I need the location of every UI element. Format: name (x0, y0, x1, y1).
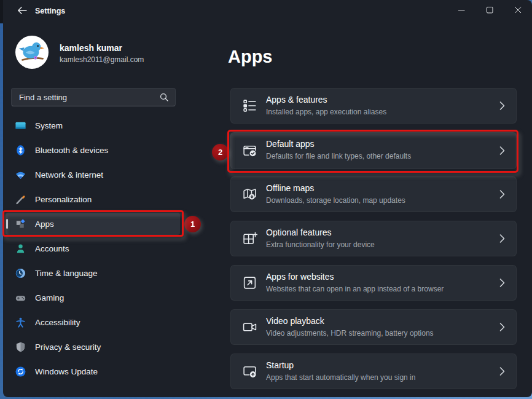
search-input[interactable] (12, 93, 160, 102)
annotation-box-step1 (2, 210, 184, 237)
card-subtitle: Video adjustments, HDR streaming, batter… (266, 329, 434, 338)
card-subtitle: Installed apps, app execution aliases (266, 108, 386, 116)
search-icon (160, 93, 168, 101)
optional-features-icon (242, 231, 257, 247)
sidebar-item-label: Network & internet (35, 170, 103, 180)
card-apps-for-websites[interactable]: Apps for websites Websites that can open… (230, 265, 517, 301)
network-icon (15, 169, 26, 181)
close-button[interactable] (504, 0, 532, 22)
card-startup[interactable]: Startup Apps that start automatically wh… (230, 354, 517, 389)
card-optional-features[interactable]: Optional features Extra functionality fo… (230, 221, 517, 256)
card-title: Default apps (266, 139, 315, 149)
accessibility-icon (15, 317, 26, 328)
personalization-icon (15, 194, 26, 205)
card-offline-maps[interactable]: Offline maps Downloads, storage location… (230, 176, 517, 212)
video-playback-icon (242, 320, 257, 335)
card-default-apps[interactable]: Default apps Defaults for file and link … (230, 132, 517, 169)
sidebar-item-label: Windows Update (35, 367, 98, 376)
card-title: Optional features (266, 227, 332, 237)
time-language-icon (15, 267, 26, 279)
sidebar-item-privacy-security[interactable]: Privacy & security (6, 336, 180, 358)
profile-name: kamlesh kumar (60, 43, 122, 53)
window-title: Settings (35, 0, 65, 22)
bluetooth-icon (15, 144, 26, 156)
system-icon (15, 120, 26, 132)
gaming-icon (15, 292, 26, 304)
chevron-right-icon (499, 367, 505, 376)
sidebar-item-label: Apps (35, 219, 54, 229)
windows-update-icon (15, 366, 26, 377)
page-title: Apps (228, 47, 273, 67)
selected-indicator (6, 219, 8, 229)
card-title: Apps for websites (266, 272, 334, 282)
annotation-badge-step2: 2 (212, 144, 229, 160)
sidebar-item-accessibility[interactable]: Accessibility (6, 311, 180, 333)
apps-websites-icon (242, 275, 257, 291)
offline-maps-icon (242, 187, 257, 202)
screen: Settings (0, 0, 532, 399)
minimize-icon (458, 6, 465, 15)
maximize-icon (487, 6, 493, 15)
card-title: Startup (266, 360, 294, 370)
back-arrow-icon (17, 6, 27, 17)
back-button[interactable] (12, 2, 33, 20)
chevron-right-icon (499, 190, 505, 199)
startup-icon (242, 364, 257, 379)
chevron-right-icon (499, 323, 505, 332)
sidebar-item-accounts[interactable]: Accounts (6, 237, 180, 259)
chevron-right-icon (499, 279, 505, 288)
sidebar-item-gaming[interactable]: Gaming (6, 286, 180, 309)
card-title: Apps & features (266, 95, 327, 105)
search-box (11, 88, 176, 106)
privacy-shield-icon (15, 341, 26, 353)
apps-icon (15, 218, 26, 230)
sidebar-item-label: Time & language (35, 269, 98, 278)
annotation-badge-step1: 1 (184, 216, 201, 232)
sidebar-item-label: Gaming (35, 293, 64, 302)
maximize-button[interactable] (475, 0, 504, 22)
accounts-icon (15, 243, 26, 255)
sidebar-item-label: Privacy & security (35, 342, 101, 352)
card-title: Video playback (266, 316, 324, 326)
sidebar-item-bluetooth-devices[interactable]: Bluetooth & devices (6, 139, 180, 161)
card-apps-features[interactable]: Apps & features Installed apps, app exec… (230, 88, 517, 124)
minimize-button[interactable] (447, 0, 475, 22)
annotation-box-step2 (227, 130, 518, 173)
sidebar-nav: System Bluetooth & devices Network & int… (6, 114, 180, 385)
sidebar-item-label: Accessibility (35, 318, 80, 327)
sidebar-item-windows-update[interactable]: Windows Update (6, 360, 180, 382)
sidebar-item-time-language[interactable]: Time & language (6, 262, 180, 284)
card-subtitle: Extra functionality for your device (266, 240, 375, 249)
chevron-right-icon (499, 101, 505, 111)
settings-window: Settings (3, 0, 532, 397)
sidebar-item-label: Personalization (35, 195, 92, 204)
profile-email: kamlesh2011@gmail.com (60, 55, 144, 64)
card-video-playback[interactable]: Video playback Video adjustments, HDR st… (230, 309, 517, 345)
sidebar-item-label: Accounts (35, 244, 69, 253)
card-subtitle: Defaults for file and link types, other … (266, 152, 411, 160)
sidebar-item-personalization[interactable]: Personalization (6, 188, 180, 210)
sidebar-item-label: System (35, 121, 63, 130)
titlebar: Settings (3, 0, 532, 22)
sidebar-item-apps[interactable]: Apps 1 (6, 213, 180, 235)
apps-features-icon (242, 98, 257, 114)
card-subtitle: Apps that start automatically when you s… (266, 373, 415, 382)
sidebar-item-system[interactable]: System (6, 114, 180, 136)
card-title: Offline maps (266, 183, 314, 193)
window-controls (447, 0, 532, 22)
avatar[interactable] (15, 36, 49, 69)
card-subtitle: Websites that can open in an app instead… (266, 285, 444, 293)
chevron-right-icon (499, 234, 505, 243)
default-apps-icon (242, 143, 257, 159)
sidebar-item-label: Bluetooth & devices (35, 146, 108, 155)
chevron-right-icon (499, 146, 505, 156)
sidebar-item-network-internet[interactable]: Network & internet (6, 164, 180, 186)
close-icon (515, 6, 522, 15)
card-subtitle: Downloads, storage location, map updates (266, 196, 405, 205)
